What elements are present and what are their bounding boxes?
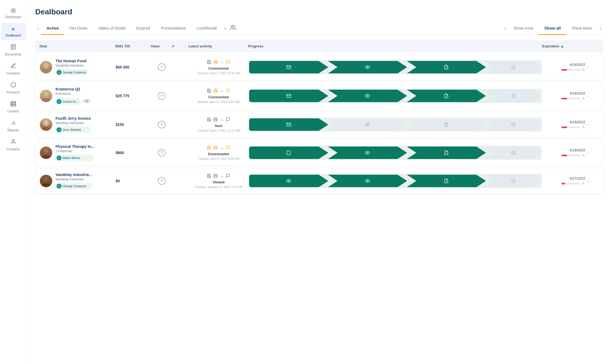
deal-number-2: ?: [151, 92, 172, 100]
chat-icon-5: [226, 174, 230, 179]
sidebar-item-products[interactable]: Products: [1, 79, 25, 97]
more-btn-2[interactable]: ⋯: [585, 93, 599, 99]
assignee-dot-3: J: [57, 127, 61, 132]
edit-icon-4[interactable]: ✎: [582, 153, 585, 158]
user-filter-icon: [228, 25, 238, 32]
exp-date-1: 4/19/2022: [569, 63, 585, 67]
contacts-icon: [10, 139, 16, 146]
more-btn-1[interactable]: ⋯: [585, 64, 599, 70]
sidebar-item-dealboard[interactable]: » Dealboard: [1, 23, 25, 40]
save-icon-3: [207, 117, 211, 123]
view-tab-show-mine[interactable]: Show mine: [508, 22, 539, 35]
sidebar-item-documents[interactable]: Documents: [1, 41, 25, 59]
deal-number-3: ?: [151, 121, 172, 128]
svg-rect-6: [11, 105, 15, 106]
extra-badge-2: +2: [83, 99, 90, 103]
activity-icons-4: →: [207, 145, 230, 151]
deal-value-1: $50 000: [116, 65, 151, 69]
tab-valley-of-death[interactable]: Valley of Death: [93, 22, 131, 35]
view-tabs-prev-btn[interactable]: ‹: [502, 24, 508, 32]
svg-point-40: [288, 180, 289, 182]
svg-point-31: [41, 155, 51, 159]
edit-icon-5[interactable]: ✎: [582, 181, 585, 186]
deal-value-4: $800: [116, 151, 151, 155]
expiration-1: 4/19/2022 ✎: [542, 63, 585, 72]
exp-bar-fill-4: [561, 155, 567, 156]
activity-label-4: Downloaded: [208, 152, 229, 156]
expiration-3: 4/19/2022 ✎: [542, 120, 585, 129]
sidebar-item-contracts[interactable]: Contracts: [1, 60, 25, 78]
view-tabs-group: ‹ Show mine Show all Show team ›: [502, 22, 603, 35]
tabs-prev-btn[interactable]: ‹: [35, 24, 41, 32]
deal-details-2: Kramerica Q2 Kramerica, C Cosmo Kr... +2: [56, 87, 90, 105]
view-tab-show-all[interactable]: Show all: [539, 22, 566, 35]
tab-active[interactable]: Active: [41, 22, 64, 35]
svg-rect-21: [214, 91, 217, 92]
pipeline-4: [248, 146, 542, 160]
table-container: Deal $581 725 Value # Latest activity Pr…: [27, 35, 612, 364]
deal-number-icon-1: ?: [158, 63, 165, 71]
more-btn-4[interactable]: ⋯: [585, 150, 599, 156]
pipeline-2: [248, 89, 542, 103]
svg-point-41: [367, 180, 368, 182]
deal-assignee-3: J Jerry Seinfeld: [56, 126, 91, 133]
more-btn-3[interactable]: ⋯: [585, 122, 599, 128]
deal-value-3: $150: [116, 122, 151, 127]
tab-lost-recall[interactable]: Lost/Recall: [191, 22, 222, 35]
print-icon-4: [213, 145, 218, 151]
sidebar-item-content[interactable]: Content: [1, 98, 25, 116]
deal-details-5: Vandelay Industrie... Vandelay Industrie…: [56, 173, 92, 189]
pipeline-5: [248, 174, 542, 188]
print-icon-3: [213, 117, 218, 123]
activity-label-1: Commented: [208, 66, 229, 70]
tab-expired[interactable]: Expired: [131, 22, 156, 35]
save-icon-2: [207, 89, 211, 94]
activity-2: → Commented Monday, April 11, 2022 9:57 …: [189, 89, 248, 103]
th-latest-activity: Latest activity: [188, 44, 248, 48]
activity-icons-1: →: [207, 60, 230, 65]
sidebar-item-contacts[interactable]: Contacts: [1, 136, 25, 154]
deal-number-icon-2: ?: [158, 92, 165, 100]
svg-point-25: [41, 127, 51, 131]
tab-hot-deals[interactable]: Hot Deals: [64, 22, 93, 35]
expiration-5: 5/27/2022 ✎: [542, 176, 585, 186]
contracts-icon: [10, 63, 16, 70]
products-icon: [10, 82, 16, 89]
sidebar-item-dashboard[interactable]: ⊞ Dashboard: [1, 4, 25, 22]
edit-icon-2[interactable]: ✎: [582, 96, 585, 101]
edit-icon-3[interactable]: ✎: [582, 125, 585, 129]
edit-icon-1[interactable]: ✎: [582, 68, 585, 72]
deal-number-icon-5: ?: [158, 177, 165, 185]
assignee-row-2: C Cosmo Kr... +2: [56, 97, 90, 105]
sidebar-item-reports[interactable]: Reports: [1, 117, 25, 135]
deal-info-5: Vandelay Industrie... Vandelay Industrie…: [40, 173, 116, 189]
activity-3: → Sent Tuesday, April 5, 2022 11:21 AM: [189, 117, 248, 132]
svg-point-20: [44, 92, 48, 96]
exp-bar-container-2: ✎: [561, 96, 585, 101]
table-row: Vandelay Industrie... Vandelay Industrie…: [35, 168, 603, 194]
view-tab-show-team[interactable]: Show team: [566, 22, 597, 35]
svg-point-32: [44, 148, 48, 153]
documents-icon: [10, 44, 16, 51]
print-icon-2: [213, 89, 218, 94]
more-btn-5[interactable]: ⋯: [585, 178, 599, 184]
svg-point-37: [41, 183, 51, 187]
deal-number-icon-3: ?: [158, 121, 165, 128]
page-title: Dealboard: [35, 8, 603, 16]
deal-assignee-2: C Cosmo Kr...: [56, 98, 81, 105]
tab-presentations[interactable]: Presentations: [155, 22, 191, 35]
sidebar: ⊞ Dashboard » Dealboard Documents Contra…: [0, 0, 27, 364]
deal-name-3: Fusilli Jerry Invoice: [56, 116, 91, 121]
deal-value-2: $25 775: [116, 94, 151, 98]
svg-point-16: [367, 67, 368, 68]
deal-info-3: Fusilli Jerry Invoice Vandelay Industrie…: [40, 116, 116, 133]
activity-date-1: Tuesday, April 5, 2022 11:42 AM: [197, 72, 240, 75]
svg-point-11: [232, 25, 233, 27]
svg-rect-4: [11, 102, 15, 103]
avatar-4: [40, 147, 52, 159]
exp-bar-5: [561, 183, 580, 184]
tabs-next-btn[interactable]: ›: [222, 24, 228, 32]
svg-rect-5: [11, 103, 15, 105]
view-tabs-next-btn[interactable]: ›: [597, 24, 603, 32]
deal-assignee-1: G George Costanza: [56, 69, 89, 76]
